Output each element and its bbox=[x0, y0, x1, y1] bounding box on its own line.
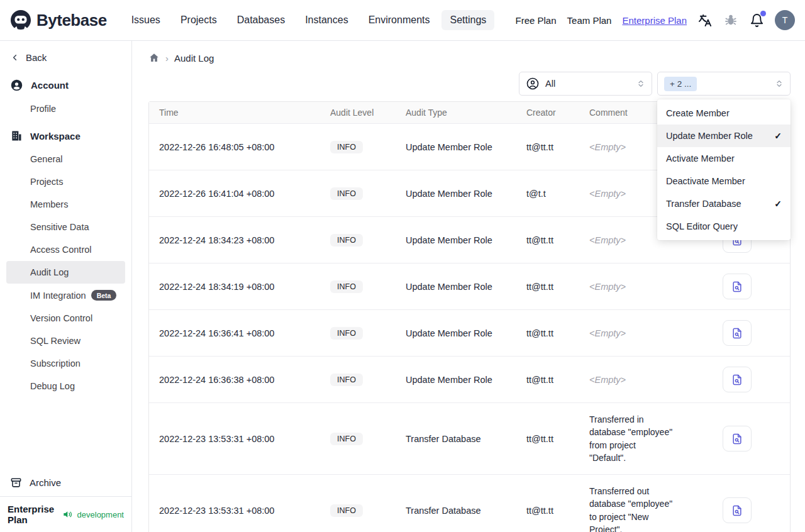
row-time: 2022-12-23 13:53:31 +08:00 bbox=[149, 424, 320, 454]
row-creator: tt@tt.tt bbox=[516, 318, 579, 348]
level-badge: INFO bbox=[330, 280, 363, 293]
row-time: 2022-12-26 16:48:05 +08:00 bbox=[149, 132, 320, 162]
menu-item-deactivate-member[interactable]: Deactivate Member bbox=[657, 170, 791, 192]
row-creator: tt@tt.tt bbox=[516, 424, 579, 454]
view-detail-button[interactable] bbox=[723, 426, 752, 452]
row-time: 2022-12-24 16:36:38 +08:00 bbox=[149, 365, 320, 395]
top-navigation: Bytebase Issues Projects Databases Insta… bbox=[0, 0, 805, 41]
topnav-right: Free Plan Team Plan Enterprise Plan bbox=[516, 10, 795, 30]
row-creator: tt@tt.tt bbox=[516, 225, 579, 255]
chevron-right-icon: › bbox=[165, 53, 169, 64]
row-comment: Transferred out database "employee" to p… bbox=[579, 475, 684, 532]
breadcrumb-current: Audit Log bbox=[174, 53, 214, 64]
building-icon bbox=[10, 130, 23, 142]
view-detail-button[interactable] bbox=[723, 497, 752, 523]
nav-environments[interactable]: Environments bbox=[360, 10, 438, 30]
sidebar-item-audit-log[interactable]: Audit Log bbox=[6, 261, 125, 284]
home-icon[interactable] bbox=[148, 52, 160, 64]
level-badge: INFO bbox=[330, 327, 363, 340]
row-time: 2022-12-24 18:34:23 +08:00 bbox=[149, 225, 320, 255]
bug-icon[interactable] bbox=[723, 13, 738, 28]
table-row: 2022-12-23 13:53:31 +08:00 INFO Transfer… bbox=[149, 475, 790, 532]
row-comment: <Empty> bbox=[579, 318, 684, 348]
user-circle-filter-icon bbox=[526, 77, 540, 91]
sidebar-item-sensitive-data[interactable]: Sensitive Data bbox=[6, 216, 125, 238]
table-row: 2022-12-24 16:36:41 +08:00 INFO Update M… bbox=[149, 310, 790, 357]
row-audit-type: Transfer Database bbox=[396, 424, 516, 454]
sidebar-item-profile[interactable]: Profile bbox=[6, 97, 125, 120]
translate-icon[interactable] bbox=[697, 13, 713, 28]
row-comment: <Empty> bbox=[579, 272, 684, 302]
chevron-updown-icon bbox=[636, 79, 645, 88]
col-audit-type: Audit Type bbox=[396, 102, 516, 123]
audit-type-filter-tag: + 2 ... bbox=[664, 77, 697, 91]
view-detail-button[interactable] bbox=[723, 274, 752, 299]
row-creator: tt@tt.tt bbox=[516, 272, 579, 302]
settings-sidebar: Back Account Profile Workspace Genera bbox=[0, 41, 132, 532]
sidebar-item-debug-log[interactable]: Debug Log bbox=[6, 375, 125, 397]
row-time: 2022-12-26 16:41:04 +08:00 bbox=[149, 179, 320, 209]
brand-wordmark: Bytebase bbox=[36, 11, 107, 30]
archive-link[interactable]: Archive bbox=[0, 469, 131, 496]
row-comment: Transferred in database "employee" from … bbox=[579, 403, 684, 474]
menu-item-sql-editor-query[interactable]: SQL Editor Query bbox=[657, 215, 791, 238]
beta-badge: Beta bbox=[91, 290, 117, 301]
sidebar-item-access-control[interactable]: Access Control bbox=[6, 238, 125, 261]
row-audit-type: Update Member Role bbox=[396, 132, 516, 162]
view-detail-button[interactable] bbox=[723, 320, 752, 346]
sidebar-item-members[interactable]: Members bbox=[6, 193, 125, 216]
col-creator: Creator bbox=[516, 102, 579, 123]
row-audit-type: Update Member Role bbox=[396, 179, 516, 209]
table-row: 2022-12-24 16:36:38 +08:00 INFO Update M… bbox=[149, 357, 790, 403]
row-comment: <Empty> bbox=[579, 365, 684, 395]
row-time: 2022-12-24 16:36:41 +08:00 bbox=[149, 318, 320, 348]
notification-dot bbox=[760, 11, 766, 16]
menu-item-transfer-database[interactable]: Transfer Database ✓ bbox=[657, 192, 791, 215]
sidebar-item-version-control[interactable]: Version Control bbox=[6, 307, 125, 330]
enterprise-plan-link[interactable]: Enterprise Plan bbox=[622, 15, 687, 26]
nav-issues[interactable]: Issues bbox=[123, 10, 169, 30]
row-creator: t@t.t bbox=[516, 179, 579, 209]
back-button[interactable]: Back bbox=[10, 52, 121, 63]
speaker-icon bbox=[63, 509, 73, 519]
row-audit-type: Update Member Role bbox=[396, 318, 516, 348]
creator-filter-select[interactable]: All bbox=[519, 72, 652, 96]
plan-footer: Enterprise Plan development bbox=[0, 496, 131, 532]
sidebar-group-account: Account bbox=[0, 73, 131, 97]
environment-label: development bbox=[77, 510, 124, 519]
nav-databases[interactable]: Databases bbox=[229, 10, 294, 30]
archive-icon bbox=[10, 477, 22, 489]
main-content: › Audit Log All + 2 ... bbox=[132, 41, 805, 532]
row-creator: tt@tt.tt bbox=[516, 132, 579, 162]
sidebar-item-im-integration[interactable]: IM Integration Beta bbox=[6, 284, 125, 307]
breadcrumb: › Audit Log bbox=[148, 52, 791, 64]
user-circle-icon bbox=[10, 79, 23, 92]
bytebase-logo-icon bbox=[10, 9, 31, 31]
level-badge: INFO bbox=[330, 234, 363, 247]
sidebar-item-projects[interactable]: Projects bbox=[6, 170, 125, 193]
team-plan-link[interactable]: Team Plan bbox=[567, 15, 612, 26]
notifications-bell-icon[interactable] bbox=[749, 13, 764, 28]
row-creator: tt@tt.tt bbox=[516, 365, 579, 395]
menu-item-create-member[interactable]: Create Member bbox=[657, 102, 791, 125]
row-audit-type: Update Member Role bbox=[396, 365, 516, 395]
back-chevron-icon bbox=[10, 53, 19, 62]
col-audit-level: Audit Level bbox=[320, 102, 396, 123]
sidebar-item-sql-review[interactable]: SQL Review bbox=[6, 330, 125, 352]
sidebar-item-general[interactable]: General bbox=[6, 148, 125, 170]
row-time: 2022-12-24 18:34:19 +08:00 bbox=[149, 272, 320, 302]
menu-item-update-member-role[interactable]: Update Member Role ✓ bbox=[657, 125, 791, 147]
nav-instances[interactable]: Instances bbox=[297, 10, 356, 30]
menu-item-activate-member[interactable]: Activate Member bbox=[657, 147, 791, 170]
level-badge: INFO bbox=[330, 374, 363, 386]
nav-settings[interactable]: Settings bbox=[441, 10, 494, 30]
sidebar-item-subscription[interactable]: Subscription bbox=[6, 352, 125, 375]
user-avatar[interactable]: T bbox=[775, 10, 795, 30]
view-detail-button[interactable] bbox=[723, 367, 752, 392]
bytebase-logo[interactable]: Bytebase bbox=[10, 9, 107, 31]
free-plan-link[interactable]: Free Plan bbox=[516, 15, 557, 26]
audit-type-filter-select[interactable]: + 2 ... bbox=[657, 72, 791, 96]
nav-projects[interactable]: Projects bbox=[172, 10, 225, 30]
row-time: 2022-12-23 13:53:31 +08:00 bbox=[149, 496, 320, 526]
table-row: 2022-12-23 13:53:31 +08:00 INFO Transfer… bbox=[149, 403, 790, 475]
